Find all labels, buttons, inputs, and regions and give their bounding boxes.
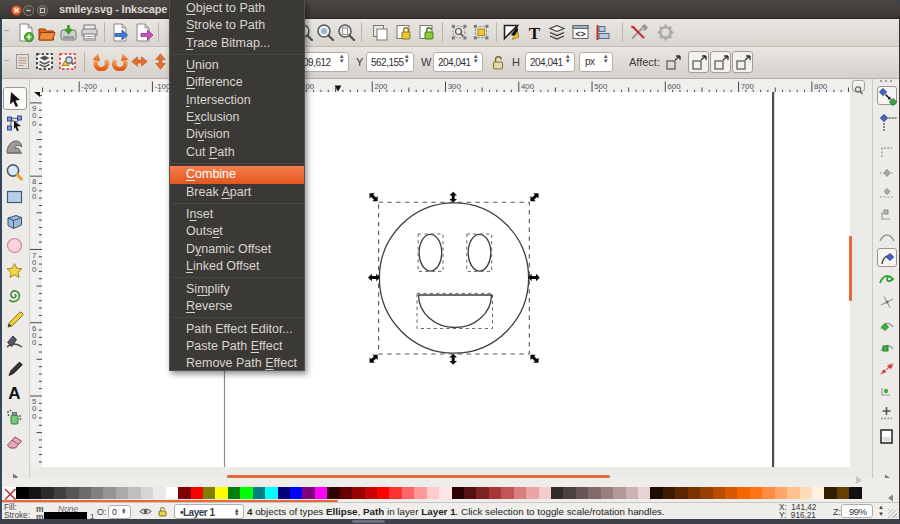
svg-text:800: 800 (814, 82, 828, 91)
svg-text:500: 500 (594, 82, 608, 91)
svg-text:-200: -200 (81, 82, 97, 91)
svg-text:0: 0 (32, 119, 37, 128)
svg-text:300: 300 (448, 82, 462, 91)
svg-text:0: 0 (32, 338, 37, 347)
svg-text:700: 700 (741, 82, 755, 91)
svg-text:<>: <> (576, 29, 586, 39)
svg-text:0: 0 (32, 412, 37, 421)
svg-text:200: 200 (374, 82, 388, 91)
svg-text:600: 600 (668, 82, 682, 91)
svg-text:A: A (8, 384, 20, 402)
svg-text:0: 0 (32, 192, 37, 201)
svg-text:400: 400 (521, 82, 535, 91)
svg-text:T: T (529, 24, 541, 43)
svg-text:0: 0 (32, 265, 37, 274)
